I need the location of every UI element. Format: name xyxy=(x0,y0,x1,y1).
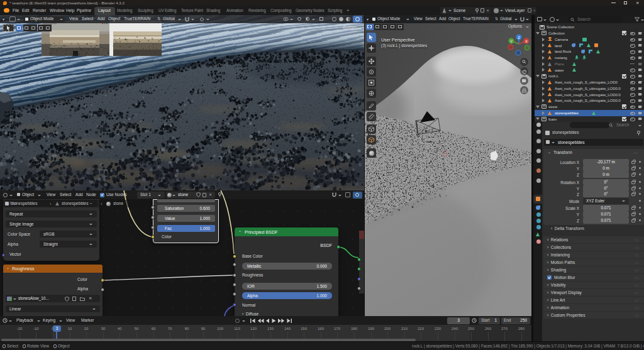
svg-text:Z: Z xyxy=(518,36,520,40)
svg-text:Y: Y xyxy=(510,40,513,43)
svg-text:X: X xyxy=(525,40,528,43)
